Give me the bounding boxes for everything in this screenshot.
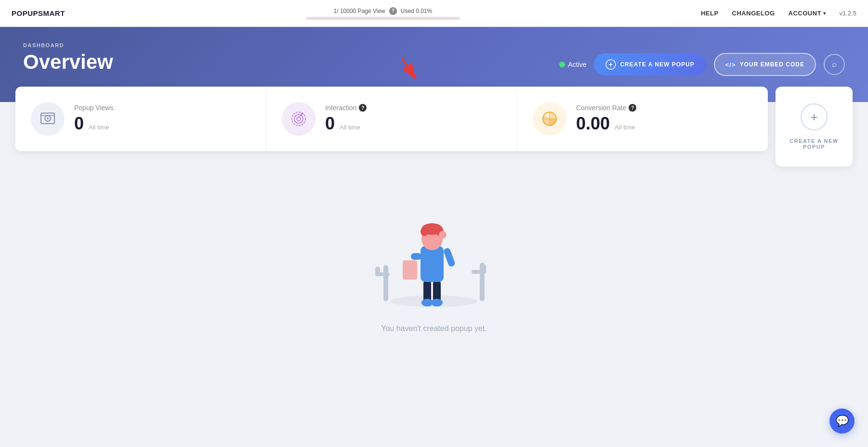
popup-views-value: 0 bbox=[74, 114, 84, 134]
interaction-info: Interaction ? 0 All time bbox=[325, 104, 367, 134]
interaction-icon bbox=[289, 110, 308, 128]
popup-views-label: Popup Views bbox=[74, 104, 113, 112]
svg-point-24 bbox=[431, 299, 443, 307]
svg-rect-28 bbox=[443, 247, 456, 268]
popup-views-icon-wrap bbox=[31, 102, 65, 136]
interaction-value: 0 bbox=[325, 114, 335, 134]
create-popup-label: CREATE A NEW POPUP bbox=[620, 61, 694, 68]
svg-rect-20 bbox=[481, 264, 486, 274]
search-button[interactable]: ⌕ bbox=[824, 54, 845, 75]
conversion-icon-wrap bbox=[533, 102, 566, 136]
svg-rect-25 bbox=[421, 246, 444, 282]
main-content: Popup Views 0 All time bbox=[0, 87, 868, 381]
account-chevron-icon: ▾ bbox=[823, 11, 826, 16]
active-dot-icon bbox=[559, 62, 565, 67]
create-card-label: CREATE A NEW POPUP bbox=[785, 138, 843, 150]
header-actions: Active + CREATE A NEW POPUP </> YOUR EMB… bbox=[559, 53, 845, 76]
embed-code-label: YOUR EMBED CODE bbox=[740, 61, 804, 68]
conversion-icon bbox=[540, 110, 559, 128]
stat-conversion-rate: Conversion Rate ? 0.00 All time bbox=[517, 87, 768, 151]
svg-point-7 bbox=[294, 115, 303, 123]
svg-point-31 bbox=[421, 227, 428, 236]
popup-views-info: Popup Views 0 All time bbox=[74, 104, 113, 134]
conversion-info: Conversion Rate ? 0.00 All time bbox=[576, 104, 636, 134]
create-new-popup-button[interactable]: + CREATE A NEW POPUP bbox=[594, 53, 706, 76]
svg-rect-26 bbox=[411, 253, 421, 260]
popup-views-icon bbox=[39, 110, 56, 128]
pageview-center: 1/ 10000 Page View ? Used 0.01% bbox=[65, 7, 701, 20]
svg-rect-15 bbox=[383, 265, 388, 301]
topnav-right: HELP CHANGELOG ACCOUNT ▾ v1.2.5 bbox=[701, 10, 856, 17]
chat-button[interactable]: 💬 bbox=[829, 409, 855, 434]
popup-views-value-row: 0 All time bbox=[74, 114, 113, 134]
interaction-value-row: 0 All time bbox=[325, 114, 367, 134]
svg-rect-17 bbox=[375, 267, 380, 276]
changelog-link[interactable]: CHANGELOG bbox=[732, 10, 775, 17]
empty-state: You haven't created popup yet. bbox=[15, 166, 853, 362]
popup-views-period: All time bbox=[89, 124, 109, 131]
svg-rect-27 bbox=[403, 260, 417, 280]
version-label: v1.2.5 bbox=[840, 10, 856, 17]
create-new-popup-card[interactable]: + CREATE A NEW POPUP bbox=[776, 87, 853, 166]
account-menu[interactable]: ACCOUNT ▾ bbox=[789, 10, 826, 17]
search-icon: ⌕ bbox=[832, 60, 837, 69]
stats-row: Popup Views 0 All time bbox=[15, 87, 853, 166]
create-plus-icon: + bbox=[801, 103, 828, 130]
account-label: ACCOUNT bbox=[789, 10, 822, 17]
stat-interaction: Interaction ? 0 All time bbox=[266, 87, 517, 151]
pageview-help-icon[interactable]: ? bbox=[389, 7, 397, 15]
interaction-period: All time bbox=[340, 124, 360, 131]
stats-card: Popup Views 0 All time bbox=[15, 87, 768, 151]
empty-illustration bbox=[357, 186, 511, 320]
help-link[interactable]: HELP bbox=[701, 10, 719, 17]
conversion-value-row: 0.00 All time bbox=[576, 114, 636, 134]
active-label: Active bbox=[568, 61, 586, 68]
svg-point-6 bbox=[292, 112, 305, 126]
chat-icon: 💬 bbox=[836, 415, 849, 427]
top-navigation: POPUPSMART 1/ 10000 Page View ? Used 0.0… bbox=[0, 0, 868, 27]
conversion-help-icon[interactable]: ? bbox=[629, 104, 636, 112]
plus-circle-icon: + bbox=[605, 59, 616, 70]
empty-state-text: You haven't created popup yet. bbox=[381, 324, 487, 333]
code-icon: </> bbox=[725, 59, 736, 70]
embed-code-button[interactable]: </> YOUR EMBED CODE bbox=[714, 53, 816, 76]
svg-point-4 bbox=[47, 117, 49, 119]
conversion-label: Conversion Rate ? bbox=[576, 104, 636, 112]
pageview-text: 1/ 10000 Page View bbox=[334, 8, 385, 14]
logo: POPUPSMART bbox=[12, 9, 65, 17]
interaction-icon-wrap bbox=[282, 102, 316, 136]
active-status: Active bbox=[559, 61, 586, 68]
svg-point-8 bbox=[297, 117, 301, 121]
interaction-label: Interaction ? bbox=[325, 104, 367, 112]
interaction-help-icon[interactable]: ? bbox=[359, 104, 367, 112]
pageview-used: Used 0.01% bbox=[401, 8, 432, 14]
breadcrumb: DASHBOARD bbox=[23, 42, 845, 48]
conversion-period: All time bbox=[615, 124, 635, 131]
conversion-value: 0.00 bbox=[576, 114, 610, 134]
pageview-progress-bar bbox=[306, 17, 460, 20]
stat-popup-views: Popup Views 0 All time bbox=[15, 87, 266, 151]
